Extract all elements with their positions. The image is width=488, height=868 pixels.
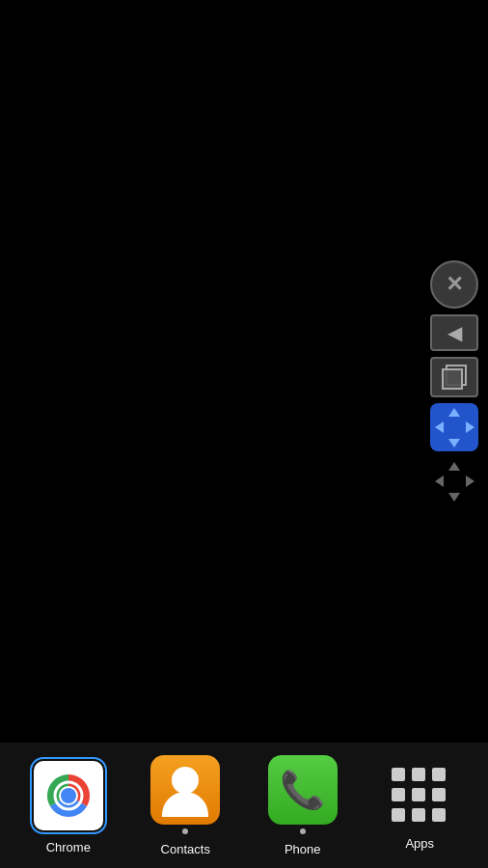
phone-dot — [300, 828, 306, 834]
dock: Chrome Contacts 📞 Phone — [0, 743, 488, 868]
phone-glyph: 📞 — [280, 769, 325, 811]
phone-label: Phone — [285, 842, 321, 856]
dock-item-phone[interactable]: 📞 Phone — [244, 755, 362, 856]
dpad-left-arrow — [435, 421, 444, 433]
close-button[interactable] — [430, 260, 478, 309]
back-button[interactable] — [430, 314, 478, 351]
contacts-dot — [182, 828, 188, 834]
apps-dot-4 — [392, 788, 405, 801]
apps-label: Apps — [405, 836, 434, 851]
phone-icon-wrapper: 📞 — [268, 755, 338, 836]
apps-dot-7 — [392, 808, 405, 822]
dpad-up-arrow — [448, 408, 460, 417]
dpad-outline-down-arrow — [448, 493, 460, 502]
dpad-outline-icon — [431, 458, 477, 504]
dpad-outline-up-arrow — [448, 462, 460, 471]
controls-panel — [430, 260, 478, 505]
dock-item-chrome[interactable]: Chrome — [10, 757, 127, 854]
contacts-label: Contacts — [161, 842, 210, 856]
apps-dot-8 — [412, 808, 425, 822]
dpad-outline-left-arrow — [435, 475, 444, 487]
contacts-icon-wrapper — [150, 755, 220, 836]
dock-item-contacts[interactable]: Contacts — [127, 755, 245, 856]
recents-icon — [442, 365, 467, 390]
phone-icon: 📞 — [268, 755, 338, 825]
apps-dot-9 — [432, 808, 446, 822]
apps-grid — [392, 768, 447, 824]
contacts-icon — [150, 755, 220, 825]
apps-dot-3 — [432, 768, 446, 781]
dpad-outline-button[interactable] — [430, 457, 478, 505]
dpad-outline-right-arrow — [466, 475, 474, 487]
chrome-label: Chrome — [46, 840, 91, 854]
apps-dot-5 — [412, 788, 425, 801]
recents-button[interactable] — [430, 357, 478, 397]
dpad-right-arrow — [466, 421, 474, 433]
dpad-down-arrow — [448, 439, 460, 448]
dpad-move-button[interactable] — [430, 403, 478, 451]
chrome-icon-border — [30, 757, 107, 834]
dock-item-apps[interactable]: Apps — [362, 761, 479, 851]
apps-icon — [385, 761, 454, 830]
apps-dot-1 — [392, 768, 405, 781]
dpad-move-icon — [431, 404, 477, 450]
apps-dot-6 — [432, 788, 446, 801]
chrome-icon — [34, 761, 103, 830]
svg-point-3 — [61, 788, 76, 803]
apps-dot-2 — [412, 768, 425, 781]
